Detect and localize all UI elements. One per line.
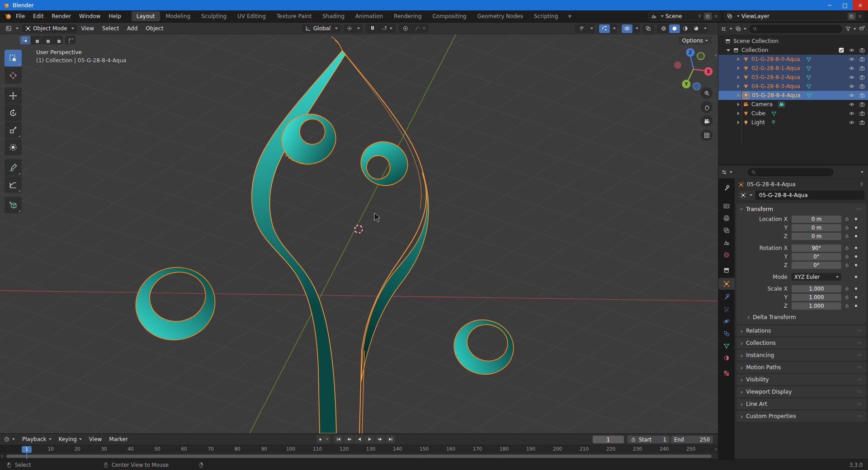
workspace-tab[interactable]: Scripting bbox=[529, 11, 563, 21]
add-workspace-button[interactable]: + bbox=[564, 11, 576, 21]
next-keyframe-button[interactable] bbox=[375, 435, 385, 443]
outliner-display-mode[interactable] bbox=[721, 26, 732, 32]
disable-render-icon[interactable] bbox=[859, 47, 865, 53]
disable-render-icon[interactable] bbox=[859, 56, 865, 62]
workspace-tab[interactable]: Sculpting bbox=[196, 11, 231, 21]
outliner-row-object[interactable]: 02-G-28-8-1-Aqua bbox=[718, 64, 868, 73]
object-name-field[interactable]: 05-G-28-8-4-Aqua bbox=[755, 191, 864, 200]
tool-select-box[interactable] bbox=[5, 50, 22, 66]
menu-help[interactable]: Help bbox=[104, 11, 125, 21]
animate-dot[interactable] bbox=[855, 276, 857, 278]
new-viewlayer-button[interactable] bbox=[848, 13, 856, 20]
outliner-row-scene-collection[interactable]: Scene Collection bbox=[718, 37, 868, 46]
tool-add-cube[interactable] bbox=[5, 197, 22, 213]
tab-object-data[interactable] bbox=[718, 340, 735, 352]
properties-editor-type-button[interactable] bbox=[721, 169, 732, 175]
tab-collection[interactable] bbox=[718, 264, 735, 276]
hide-viewport-icon[interactable] bbox=[849, 119, 855, 126]
disclosure-triangle[interactable] bbox=[737, 94, 740, 97]
disable-render-icon[interactable] bbox=[859, 83, 865, 89]
xray-toggle[interactable] bbox=[643, 24, 654, 33]
timeline-track[interactable]: › bbox=[0, 453, 718, 459]
snap-toggle[interactable] bbox=[367, 24, 378, 33]
lock-icon[interactable] bbox=[841, 286, 852, 291]
outliner-filter-id-type[interactable] bbox=[735, 26, 746, 32]
tool-annotate[interactable] bbox=[5, 159, 22, 176]
scale-z-field[interactable]: 1.000 bbox=[792, 302, 841, 310]
3d-viewport[interactable]: Z X Y Object Mode View Select Add Object… bbox=[0, 23, 718, 433]
disclosure-triangle[interactable] bbox=[726, 49, 730, 52]
tab-output[interactable] bbox=[718, 212, 735, 224]
maximize-button[interactable]: □ bbox=[837, 0, 853, 10]
tab-modifiers[interactable] bbox=[718, 291, 735, 303]
pin-id-icon[interactable] bbox=[859, 182, 864, 187]
timeline-scrollbar[interactable] bbox=[6, 455, 712, 458]
properties-section[interactable]: ›Custom Properties bbox=[736, 411, 866, 422]
mesh-loop-upper-right[interactable] bbox=[355, 136, 414, 191]
workspace-tab[interactable]: Rendering bbox=[389, 11, 426, 21]
tool-measure[interactable] bbox=[5, 176, 22, 193]
menu-playback[interactable]: Playback bbox=[22, 436, 52, 442]
disable-render-icon[interactable] bbox=[859, 110, 865, 117]
menu-file[interactable]: File bbox=[12, 11, 29, 21]
collection-checkbox[interactable] bbox=[838, 47, 844, 53]
outliner-row-object[interactable]: 04-G-28-8-3-Aqua bbox=[718, 82, 868, 91]
show-overlays-toggle[interactable] bbox=[622, 24, 632, 33]
hide-viewport-icon[interactable] bbox=[849, 74, 855, 80]
menu-object[interactable]: Object bbox=[142, 24, 167, 33]
lock-icon[interactable] bbox=[841, 234, 852, 239]
gizmo-neg-y-ball[interactable] bbox=[697, 52, 704, 60]
scene-selector[interactable]: Scene × bbox=[648, 12, 721, 21]
rotation-x-field[interactable]: 90° bbox=[792, 244, 841, 252]
shading-solid-button[interactable] bbox=[669, 24, 680, 33]
snap-settings-dropdown[interactable] bbox=[379, 24, 394, 33]
tab-texture[interactable] bbox=[718, 367, 735, 379]
location-x-field[interactable]: 0 m bbox=[792, 216, 841, 223]
tab-particles[interactable] bbox=[718, 303, 735, 315]
camera-view-button[interactable] bbox=[701, 115, 712, 127]
new-collection-button[interactable] bbox=[859, 24, 865, 33]
outliner-row-object[interactable]: 03-G-28-8-2-Aqua bbox=[718, 73, 868, 82]
lock-icon[interactable] bbox=[841, 254, 852, 259]
blender-menu-icon[interactable] bbox=[5, 13, 12, 20]
delta-transform-section[interactable]: ›Delta Transform bbox=[736, 311, 866, 321]
lock-icon[interactable] bbox=[841, 216, 852, 221]
disclosure-triangle[interactable] bbox=[737, 57, 740, 61]
mesh-data-icon[interactable] bbox=[806, 74, 812, 80]
properties-search-input[interactable] bbox=[748, 168, 834, 176]
proportional-falloff-dropdown[interactable] bbox=[412, 24, 427, 33]
outliner-row-camera[interactable]: Camera bbox=[718, 100, 868, 109]
menu-window[interactable]: Window bbox=[75, 11, 104, 21]
workspace-tab[interactable]: Modeling bbox=[161, 11, 196, 21]
disable-render-icon[interactable] bbox=[859, 74, 865, 80]
properties-section[interactable]: ›Viewport Display bbox=[736, 386, 866, 397]
disclosure-triangle[interactable] bbox=[737, 121, 740, 124]
animate-dot[interactable] bbox=[855, 296, 857, 298]
animate-dot[interactable] bbox=[855, 247, 857, 249]
outliner-row-cube[interactable]: Cube bbox=[718, 109, 868, 118]
animate-dot[interactable] bbox=[855, 264, 857, 266]
light-data-icon[interactable] bbox=[770, 119, 777, 126]
lock-icon[interactable] bbox=[841, 245, 852, 250]
disable-render-icon[interactable] bbox=[859, 101, 865, 108]
auto-keying-toggle[interactable] bbox=[316, 435, 330, 443]
menu-add[interactable]: Add bbox=[123, 24, 141, 33]
animate-dot[interactable] bbox=[855, 218, 857, 220]
shading-rendered-button[interactable] bbox=[691, 24, 702, 33]
properties-section[interactable]: ›Relations bbox=[736, 325, 866, 336]
hide-viewport-icon[interactable] bbox=[849, 47, 855, 53]
select-mode-invert[interactable] bbox=[52, 36, 63, 44]
hide-viewport-icon[interactable] bbox=[849, 56, 855, 62]
playhead[interactable] bbox=[26, 453, 27, 459]
menu-tl-view[interactable]: View bbox=[89, 436, 102, 442]
jump-to-end-button[interactable] bbox=[386, 435, 395, 443]
pin-icon[interactable] bbox=[697, 14, 702, 19]
pivot-point-selector[interactable] bbox=[344, 24, 363, 33]
menu-select[interactable]: Select bbox=[99, 24, 123, 33]
timeline-editor-type-button[interactable] bbox=[4, 436, 15, 442]
current-frame-field[interactable]: 1 bbox=[593, 436, 624, 443]
select-mode-new[interactable] bbox=[20, 36, 30, 44]
tab-material[interactable] bbox=[718, 352, 735, 364]
camera-data-icon[interactable] bbox=[778, 101, 785, 108]
tool-cursor[interactable] bbox=[5, 67, 22, 84]
